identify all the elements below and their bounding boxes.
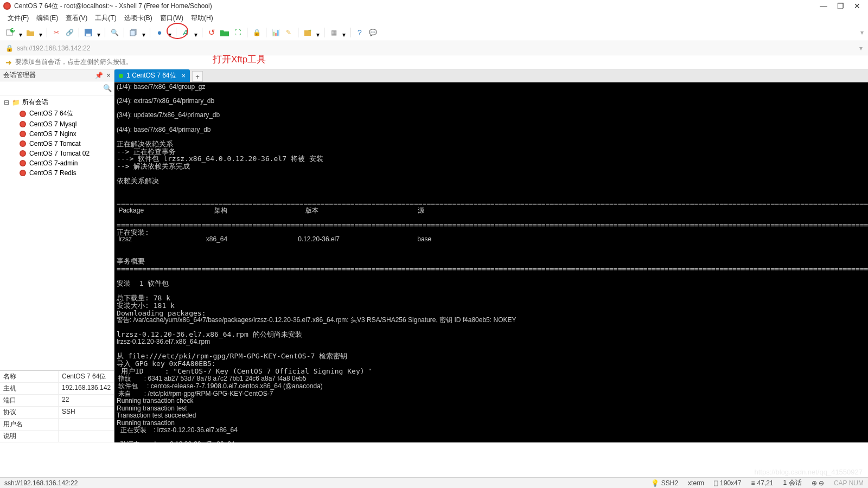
- hint-arrow-icon[interactable]: ➜: [5, 58, 12, 67]
- session-icon: [20, 140, 26, 147]
- new-tab-button[interactable]: +: [192, 71, 203, 82]
- watermark: https://blog.csdn.net/qq_41550927: [755, 468, 863, 476]
- session-tab[interactable]: 1 CentOS 7 64位 ×: [114, 69, 190, 82]
- hint-text: 要添加当前会话，点击左侧的箭头按钮。: [15, 57, 132, 67]
- folder-icon: 📁: [12, 99, 20, 106]
- session-item[interactable]: CentOS 7-admin: [0, 158, 114, 168]
- session-label: CentOS 7 Tomcat 02: [29, 150, 90, 157]
- prop-row: 用户名: [0, 419, 114, 431]
- fullscreen-icon[interactable]: ⛶: [233, 28, 242, 37]
- session-label: CentOS 7 Redis: [29, 169, 76, 177]
- highlight-icon[interactable]: ✎: [284, 28, 293, 37]
- pin-icon[interactable]: 📌: [95, 72, 103, 79]
- app-icon: [3, 2, 11, 10]
- session-icon: [20, 160, 26, 166]
- search-icon-small[interactable]: 🔍: [103, 84, 112, 92]
- session-label: CentOS 7 64位: [29, 109, 73, 118]
- open-folder-icon[interactable]: [25, 28, 35, 37]
- hint-bar: ➜ 要添加当前会话，点击左侧的箭头按钮。: [0, 55, 868, 69]
- session-search-input[interactable]: [2, 85, 103, 92]
- session-label: CentOS 7-admin: [29, 159, 78, 167]
- minimize-button[interactable]: —: [820, 2, 827, 10]
- session-icon: [20, 170, 26, 176]
- content-area: 1 CentOS 7 64位 × + ◂ ▸ ▾ (1/4): base/7/x…: [114, 69, 868, 442]
- svg-rect-6: [130, 30, 135, 36]
- terminal[interactable]: (1/4): base/7/x86_64/group_gz| 153 kB 00…: [114, 82, 868, 442]
- session-manager-header: 会话管理器 📌 ×: [0, 69, 114, 81]
- tab-strip: 1 CentOS 7 64位 × + ◂ ▸ ▾: [114, 69, 868, 82]
- window-title: CentOS 7 64位 - root@localhost:~ - Xshell…: [14, 2, 820, 11]
- copy-icon[interactable]: [129, 28, 138, 37]
- menu-window[interactable]: 窗口(W): [160, 14, 183, 23]
- search-icon[interactable]: 🔍: [110, 28, 119, 37]
- status-sessions: 1 会话: [783, 478, 802, 487]
- svg-text:+: +: [11, 28, 15, 34]
- session-tree: ⊟ 📁 所有会话 CentOS 7 64位 CentOS 7 Mysql Cen…: [0, 95, 114, 370]
- status-caps: CAP NUM: [834, 479, 864, 487]
- menu-tab[interactable]: 选项卡(B): [124, 14, 152, 23]
- connected-dot-icon: [119, 74, 123, 78]
- session-manager-panel: 会话管理器 📌 × 🔍 ⊟ 📁 所有会话 CentOS 7 64位 CentOS…: [0, 69, 114, 442]
- tree-root-label: 所有会话: [22, 98, 48, 107]
- prop-row: 名称CentOS 7 64位: [0, 371, 114, 383]
- prop-row: 主机192.168.136.142: [0, 383, 114, 395]
- session-icon: [20, 121, 26, 127]
- tree-root[interactable]: ⊟ 📁 所有会话: [0, 97, 114, 108]
- panel-close-icon[interactable]: ×: [106, 71, 111, 80]
- session-icon: [20, 131, 26, 137]
- font-icon[interactable]: A: [181, 28, 190, 37]
- session-item[interactable]: CentOS 7 Tomcat: [0, 139, 114, 149]
- status-term: xterm: [688, 479, 704, 487]
- session-manager-title: 会话管理器: [3, 70, 95, 80]
- status-protocol: SSH2: [661, 479, 678, 487]
- layout-icon[interactable]: ▦: [329, 28, 339, 37]
- lock-small-icon: 🔒: [5, 44, 14, 52]
- cut-icon[interactable]: ✂: [52, 28, 61, 37]
- session-item[interactable]: CentOS 7 Nginx: [0, 129, 114, 139]
- bulb-icon: 💡: [651, 479, 659, 487]
- menu-help[interactable]: 帮助(H): [191, 14, 213, 23]
- status-connection: ssh://192.168.136.142:22: [4, 479, 78, 487]
- maximize-button[interactable]: ❐: [837, 2, 844, 10]
- chart-icon[interactable]: 📊: [271, 28, 280, 37]
- menu-bar: 文件(F) 编辑(E) 查看(V) 工具(T) 选项卡(B) 窗口(W) 帮助(…: [0, 12, 868, 24]
- status-bar: ssh://192.168.136.142:22 💡SSH2 xterm ⎕ 1…: [0, 477, 868, 488]
- tab-close-icon[interactable]: ×: [182, 72, 186, 80]
- lock-icon[interactable]: 🔒: [252, 28, 261, 37]
- expand-icon[interactable]: ⊟: [3, 99, 10, 106]
- chat-icon[interactable]: 💬: [368, 28, 378, 37]
- status-cursor: 47,21: [757, 479, 773, 487]
- save-icon[interactable]: [84, 28, 93, 37]
- session-search-row: 🔍: [0, 81, 114, 95]
- new-session-icon[interactable]: +: [5, 28, 15, 37]
- xftp-icon[interactable]: [220, 28, 229, 37]
- add-tab-icon[interactable]: +: [303, 28, 312, 37]
- help-icon[interactable]: ?: [355, 28, 365, 37]
- toolbar: +▾ ▾ ✂ 🔗 ▾ 🔍 ▾ ●▾ A▾ ↺ ⛶ 🔒 📊 ✎ +▾ ▦▾ ? 💬…: [0, 24, 868, 41]
- status-size: 190x47: [720, 479, 741, 487]
- link-icon[interactable]: 🔗: [65, 28, 74, 37]
- prop-row: 端口22: [0, 395, 114, 407]
- session-label: CentOS 7 Nginx: [29, 130, 76, 138]
- session-item[interactable]: CentOS 7 64位: [0, 108, 114, 119]
- title-bar: CentOS 7 64位 - root@localhost:~ - Xshell…: [0, 0, 868, 12]
- svg-text:+: +: [308, 29, 311, 34]
- prop-row: 说明: [0, 431, 114, 442]
- session-label: CentOS 7 Tomcat: [29, 140, 81, 147]
- address-text[interactable]: ssh://192.168.136.142:22: [17, 44, 856, 52]
- main-area: 会话管理器 📌 × 🔍 ⊟ 📁 所有会话 CentOS 7 64位 CentOS…: [0, 69, 868, 442]
- globe-icon[interactable]: ●: [155, 28, 164, 37]
- menu-view[interactable]: 查看(V): [66, 14, 87, 23]
- session-icon: [20, 111, 26, 117]
- session-item[interactable]: CentOS 7 Mysql: [0, 119, 114, 129]
- session-item[interactable]: CentOS 7 Redis: [0, 168, 114, 178]
- menu-tools[interactable]: 工具(T): [95, 14, 116, 23]
- toolbar-overflow-icon[interactable]: ▾: [860, 29, 864, 36]
- menu-file[interactable]: 文件(F): [8, 14, 29, 23]
- reconnect-icon[interactable]: ↺: [207, 28, 216, 37]
- prop-row: 协议SSH: [0, 407, 114, 419]
- menu-edit[interactable]: 编辑(E): [36, 14, 58, 23]
- close-button[interactable]: ✕: [854, 2, 860, 10]
- address-overflow-icon[interactable]: ▾: [859, 44, 863, 52]
- session-item[interactable]: CentOS 7 Tomcat 02: [0, 149, 114, 158]
